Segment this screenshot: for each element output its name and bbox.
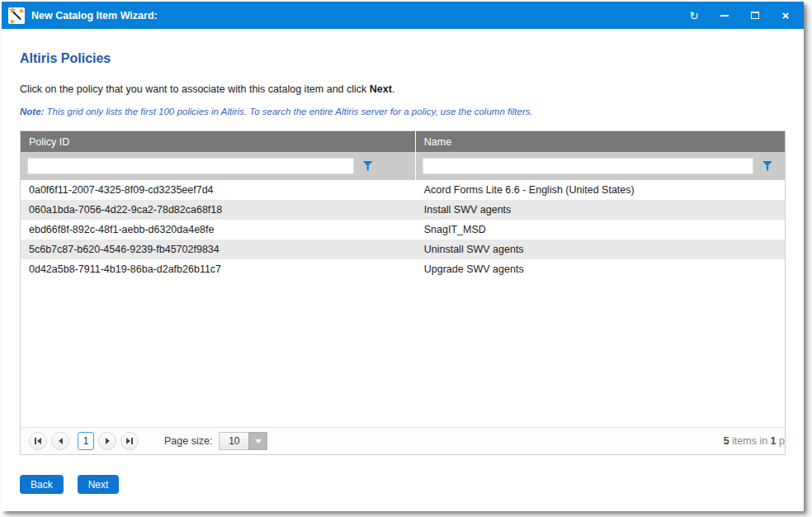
table-row[interactable]: ebd66f8f-892c-48f1-aebb-d6320da4e8fe Sna… [21, 220, 785, 240]
pager: 1 Page size: 10 5 items in 1 p [21, 427, 785, 454]
wizard-content: Altiris Policies Click on the policy tha… [2, 51, 804, 494]
titlebar: ★ ★ ★ New Catalog Item Wizard: ↻ × [2, 2, 804, 29]
policies-grid: Policy ID Name 0a0f6f11-20 [20, 130, 786, 455]
page-size-dropdown-button[interactable] [248, 432, 267, 450]
chevron-down-icon [255, 439, 262, 443]
note-text: Note: This grid only lists the first 100… [20, 107, 786, 116]
grid-header: Policy ID Name [21, 131, 785, 152]
next-page-button[interactable] [98, 432, 116, 450]
maximize-icon[interactable] [748, 9, 762, 22]
filter-row [21, 152, 785, 180]
wizard-stars-icon: ★ ★ ★ [8, 7, 25, 24]
last-page-button[interactable] [120, 432, 139, 450]
previous-page-button[interactable] [51, 432, 69, 450]
policy-id-filter-input[interactable] [27, 158, 354, 174]
column-header-policy-id[interactable]: Policy ID [21, 131, 416, 152]
wizard-window: ★ ★ ★ New Catalog Item Wizard: ↻ × Altir… [2, 2, 804, 511]
items-count-text: 5 items in 1 p [724, 435, 785, 447]
instruction-text: Click on the policy that you want to ass… [20, 83, 786, 95]
close-icon[interactable]: × [779, 9, 792, 22]
column-header-name[interactable]: Name [416, 131, 785, 152]
page-size-group: Page size: 10 [164, 432, 267, 450]
grid-empty-area [21, 279, 785, 427]
minimize-icon[interactable] [718, 9, 731, 22]
table-row[interactable]: 0a0f6f11-2007-4325-8f09-cd3235eef7d4 Aco… [21, 180, 785, 200]
page-size-value[interactable]: 10 [219, 432, 248, 450]
wizard-actions: Back Next [20, 475, 786, 494]
table-row[interactable]: 060a1bda-7056-4d22-9ca2-78d82ca68f18 Ins… [21, 200, 785, 220]
window-title: New Catalog Item Wizard: [31, 10, 158, 21]
window-controls: ↻ × [687, 9, 792, 22]
name-filter-icon[interactable] [762, 161, 773, 172]
refresh-icon[interactable]: ↻ [687, 9, 701, 22]
first-page-button[interactable] [29, 432, 47, 450]
next-button[interactable]: Next [78, 475, 120, 494]
back-button[interactable]: Back [20, 475, 64, 494]
policy-id-filter-icon[interactable] [362, 161, 374, 172]
page-title: Altiris Policies [20, 51, 786, 66]
name-filter-input[interactable] [423, 158, 753, 174]
table-row[interactable]: 5c6b7c87-b620-4546-9239-fb45702f9834 Uni… [21, 240, 785, 259]
page-size-label: Page size: [164, 435, 212, 447]
current-page-indicator[interactable]: 1 [78, 432, 94, 450]
table-row[interactable]: 0d42a5b8-7911-4b19-86ba-d2afb26b11c7 Upg… [21, 259, 785, 279]
